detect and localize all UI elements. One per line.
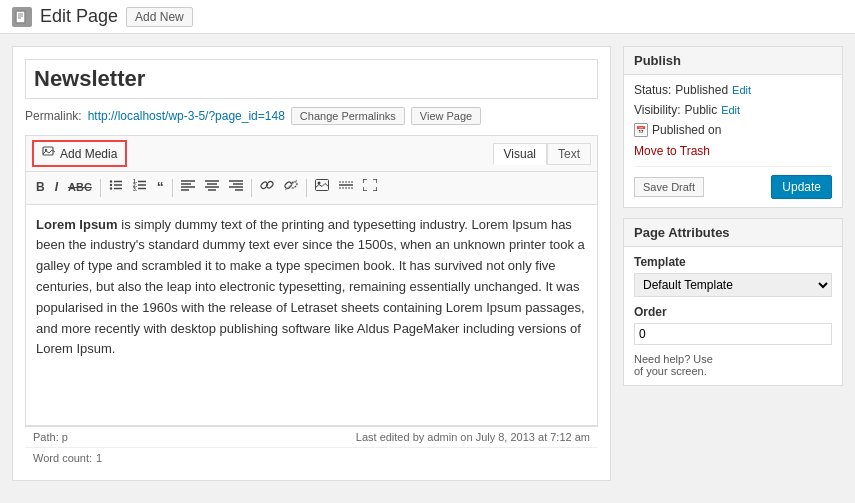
- publish-box-body: Status: Published Edit Visibility: Publi…: [624, 75, 842, 207]
- strikethrough-button[interactable]: ABC: [64, 178, 96, 197]
- template-select[interactable]: Default Template: [634, 273, 832, 297]
- permalink-bar: Permalink: http://localhost/wp-3-5/?page…: [25, 107, 598, 125]
- publish-box-header: Publish: [624, 47, 842, 75]
- permalink-url: http://localhost/wp-3-5/?page_id=148: [88, 109, 285, 123]
- visual-text-tabs: Visual Text: [493, 143, 591, 165]
- tab-visual[interactable]: Visual: [493, 143, 547, 165]
- add-new-button[interactable]: Add New: [126, 7, 193, 27]
- status-row: Status: Published Edit: [634, 83, 832, 97]
- bold-button[interactable]: B: [32, 177, 49, 198]
- page-icon: [12, 7, 32, 27]
- unlink-button[interactable]: [280, 177, 302, 198]
- add-media-button[interactable]: Add Media: [32, 140, 127, 167]
- link-button[interactable]: [256, 177, 278, 198]
- content-rest: is simply dummy text of the printing and…: [36, 217, 585, 357]
- svg-point-10: [110, 188, 112, 190]
- blockquote-button[interactable]: “: [153, 176, 168, 200]
- ol-button[interactable]: 1. 2. 3.: [129, 177, 151, 198]
- order-row: Order: [634, 305, 832, 345]
- main-content: Permalink: http://localhost/wp-3-5/?page…: [0, 34, 855, 493]
- word-count-value: 1: [96, 452, 102, 464]
- page-attributes-header: Page Attributes: [624, 219, 842, 247]
- image-button[interactable]: [311, 177, 333, 198]
- published-on-row: 📅 Published on: [634, 123, 832, 137]
- publish-box: Publish Status: Published Edit Visibilit…: [623, 46, 843, 208]
- align-right-button[interactable]: [225, 177, 247, 198]
- help-text: Need help? Use of your screen.: [634, 353, 832, 377]
- toolbar-separator-2: [172, 179, 173, 197]
- order-label: Order: [634, 305, 832, 319]
- template-label: Template: [634, 255, 832, 269]
- visibility-edit-link[interactable]: Edit: [721, 104, 740, 116]
- align-center-button[interactable]: [201, 177, 223, 198]
- add-media-label: Add Media: [60, 147, 117, 161]
- ul-button[interactable]: [105, 177, 127, 198]
- visibility-row: Visibility: Public Edit: [634, 103, 832, 117]
- save-draft-button[interactable]: Save Draft: [634, 177, 704, 197]
- move-to-trash-link[interactable]: Move to Trash: [634, 144, 710, 158]
- page-attributes-body: Template Default Template Order Need hel…: [624, 247, 842, 385]
- visibility-value: Public: [684, 103, 717, 117]
- last-edited: Last edited by admin on July 8, 2013 at …: [356, 431, 590, 443]
- svg-point-8: [110, 184, 112, 186]
- calendar-icon: 📅: [634, 123, 648, 137]
- toolbar-separator-3: [251, 179, 252, 197]
- page-title-input[interactable]: [25, 59, 598, 99]
- tab-text[interactable]: Text: [547, 143, 591, 165]
- align-left-button[interactable]: [177, 177, 199, 198]
- editor-content[interactable]: Lorem Ipsum is simply dummy text of the …: [26, 205, 597, 425]
- word-count-bar: Word count: 1: [25, 447, 598, 468]
- sidebar: Publish Status: Published Edit Visibilit…: [623, 46, 843, 481]
- publish-button[interactable]: Update: [771, 175, 832, 199]
- svg-line-30: [285, 180, 297, 190]
- toolbar-separator-4: [306, 179, 307, 197]
- status-label: Status:: [634, 83, 671, 97]
- status-value: Published: [675, 83, 728, 97]
- path-label: Path: p: [33, 431, 68, 443]
- word-count-label: Word count:: [33, 452, 92, 464]
- editor-panel: Permalink: http://localhost/wp-3-5/?page…: [12, 46, 611, 481]
- format-toolbar: B I ABC 1.: [26, 172, 597, 205]
- italic-button[interactable]: I: [51, 177, 62, 198]
- publish-actions: Save Draft Update: [634, 166, 832, 199]
- visibility-label: Visibility:: [634, 103, 680, 117]
- page-title: Edit Page: [40, 6, 118, 27]
- svg-rect-0: [16, 11, 25, 23]
- template-row: Template Default Template: [634, 255, 832, 297]
- status-edit-link[interactable]: Edit: [732, 84, 751, 96]
- change-permalinks-button[interactable]: Change Permalinks: [291, 107, 405, 125]
- content-bold: Lorem Ipsum: [36, 217, 118, 232]
- more-button[interactable]: [335, 177, 357, 198]
- svg-text:3.: 3.: [133, 186, 138, 191]
- editor-footer: Path: p Last edited by admin on July 8, …: [25, 426, 598, 447]
- media-toolbar: Add Media Visual Text: [26, 136, 597, 172]
- media-icon: [42, 145, 56, 162]
- editor-toolbar-wrapper: Add Media Visual Text B I ABC: [25, 135, 598, 426]
- permalink-label: Permalink:: [25, 109, 82, 123]
- page-attributes-box: Page Attributes Template Default Templat…: [623, 218, 843, 386]
- published-label: Published on: [652, 123, 721, 137]
- admin-header: Edit Page Add New: [0, 0, 855, 34]
- fullscreen-button[interactable]: [359, 177, 381, 198]
- svg-point-6: [110, 181, 112, 183]
- order-input[interactable]: [634, 323, 832, 345]
- view-page-button[interactable]: View Page: [411, 107, 481, 125]
- toolbar-separator-1: [100, 179, 101, 197]
